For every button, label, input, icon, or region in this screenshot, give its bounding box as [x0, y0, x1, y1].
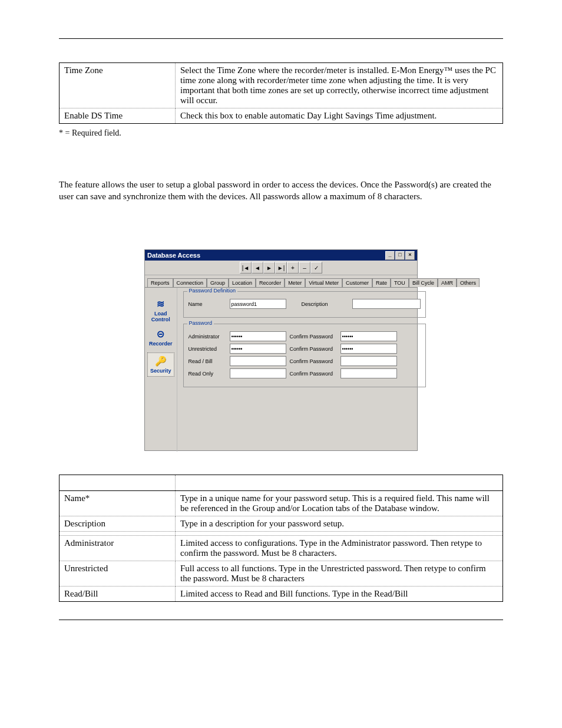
readonly-label: Read Only [189, 371, 226, 377]
admin-password-input[interactable] [230, 331, 286, 341]
readonly-confirm-input[interactable] [340, 368, 397, 378]
description-label: Description [302, 301, 349, 307]
group-title-definition: Password Definition [187, 288, 238, 294]
next-record-button[interactable]: ► [263, 262, 275, 274]
tab-reports[interactable]: Reports [147, 278, 173, 287]
cell-admin-desc: Limited access to configurations. Type i… [176, 536, 503, 561]
cell-timezone-desc: Select the Time Zone where the recorder/… [176, 63, 503, 108]
load-control-icon: ≋ [147, 298, 174, 309]
admin-confirm-label: Confirm Password [290, 334, 337, 340]
delete-record-button[interactable]: – [299, 262, 310, 274]
group-title-password: Password [187, 320, 214, 326]
cell-desc-label: Description [59, 516, 176, 532]
tab-customer[interactable]: Customer [342, 278, 372, 287]
cell-name-label: Name* [59, 491, 176, 516]
window-title: Database Access [147, 250, 200, 261]
readonly-password-input[interactable] [230, 368, 286, 378]
password-group: Password Administrator Confirm Password … [183, 324, 426, 387]
category-sidebar: ≋ Load Control ⊝ Recorder 🔑 Security [145, 288, 177, 452]
cell-timezone-label: Time Zone [59, 63, 176, 108]
unrestricted-confirm-input[interactable] [340, 344, 397, 354]
cell-unr-desc: Full access to all functions. Type in th… [176, 561, 503, 587]
record-nav-toolbar: |◄ ◄ ► ►| + – ✓ [145, 261, 417, 275]
tab-amr[interactable]: AMR [438, 278, 457, 287]
settings-table-top: Time Zone Select the Time Zone where the… [59, 62, 503, 124]
field-description-table: Name* Type in a unique name for your pas… [59, 475, 503, 602]
readbill-confirm-label: Confirm Password [290, 358, 337, 364]
window-titlebar: Database Access _ □ × [145, 250, 417, 261]
sidebar-label-recorder: Recorder [149, 341, 173, 347]
cell-ds-desc: Check this box to enable automatic Day L… [176, 108, 503, 124]
sidebar-item-security[interactable]: 🔑 Security [147, 353, 174, 377]
name-label: Name [189, 301, 226, 307]
database-access-window: Database Access _ □ × |◄ ◄ ► ►| + – ✓ Re… [144, 249, 418, 451]
close-button[interactable]: × [405, 251, 415, 260]
admin-confirm-input[interactable] [340, 331, 397, 341]
tab-group[interactable]: Group [207, 278, 229, 287]
maximize-button[interactable]: □ [395, 251, 405, 260]
sidebar-item-load-control[interactable]: ≋ Load Control [147, 298, 174, 322]
tab-location[interactable]: Location [229, 278, 256, 287]
security-paragraph: The feature allows the user to setup a g… [59, 179, 503, 202]
recorder-icon: ⊝ [147, 328, 174, 340]
cell-name-desc: Type in a unique name for your password … [176, 491, 503, 516]
tab-bill-cycle[interactable]: Bill Cycle [409, 278, 438, 287]
cell-unr-label: Unrestricted [59, 561, 176, 587]
password-definition-group: Password Definition Name Description [183, 291, 426, 318]
security-key-icon: 🔑 [150, 355, 171, 367]
tab-connection[interactable]: Connection [173, 278, 207, 287]
tab-meter[interactable]: Meter [285, 278, 305, 287]
prev-record-button[interactable]: ◄ [252, 262, 263, 274]
tab-rate[interactable]: Rate [372, 278, 391, 287]
tab-others[interactable]: Others [457, 278, 480, 287]
admin-label: Administrator [189, 334, 226, 340]
readbill-password-input[interactable] [230, 356, 286, 366]
minimize-button[interactable]: _ [385, 251, 395, 260]
readonly-confirm-label: Confirm Password [290, 371, 337, 377]
cell-admin-label: Administrator [59, 536, 176, 561]
sidebar-label-load-control: Load Control [151, 311, 170, 322]
unrestricted-label: Unrestricted [189, 346, 226, 352]
name-input[interactable] [230, 299, 286, 309]
commit-record-button[interactable]: ✓ [310, 262, 322, 274]
readbill-confirm-input[interactable] [340, 356, 397, 366]
tab-bar: Reports Connection Group Location Record… [145, 275, 417, 288]
cell-rb-desc: Limited access to Read and Bill function… [176, 587, 503, 602]
first-record-button[interactable]: |◄ [240, 262, 252, 274]
sidebar-item-recorder[interactable]: ⊝ Recorder [147, 328, 174, 347]
required-note: * = Required field. [59, 129, 503, 138]
cell-ds-label: Enable DS Time [59, 108, 176, 124]
unrestricted-confirm-label: Confirm Password [290, 346, 337, 352]
description-input[interactable] [352, 299, 421, 309]
sidebar-label-security: Security [150, 368, 171, 374]
add-record-button[interactable]: + [287, 262, 299, 274]
tab-virtual-meter[interactable]: Virtual Meter [305, 278, 342, 287]
cell-desc-desc: Type in a description for your password … [176, 516, 503, 532]
last-record-button[interactable]: ►| [275, 262, 287, 274]
readbill-label: Read / Bill [189, 358, 226, 364]
unrestricted-password-input[interactable] [230, 344, 286, 354]
tab-recorder[interactable]: Recorder [256, 278, 285, 287]
tab-tou[interactable]: TOU [391, 278, 409, 287]
cell-rb-label: Read/Bill [59, 587, 176, 602]
